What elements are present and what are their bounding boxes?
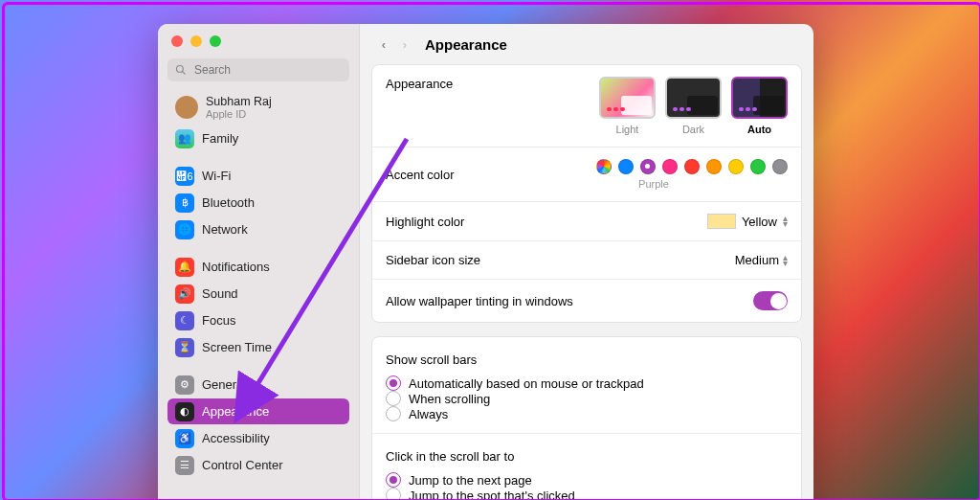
sidebar-icon-size-select[interactable]: Medium ▴▾ <box>735 253 788 267</box>
sidebar-icon-size-label: Sidebar icon size <box>386 253 480 267</box>
sidebar-item-label: Appearance <box>202 404 269 419</box>
sidebar-item-label: Sound <box>202 286 238 301</box>
sidebar-item-sound[interactable]: 🔊Sound <box>167 281 349 307</box>
radio-icon <box>386 472 401 488</box>
bluetooth-icon: ฿ <box>175 193 194 213</box>
search-field[interactable] <box>167 58 349 81</box>
radio-label: When scrolling <box>409 392 490 406</box>
wifi-icon: ὏6 <box>175 167 194 186</box>
radio-icon <box>386 488 401 500</box>
sidebar-item-wifi[interactable]: ὏6Wi-Fi <box>167 163 349 189</box>
sidebar-item-general[interactable]: ⚙General <box>167 372 349 398</box>
tinting-toggle[interactable] <box>753 291 788 310</box>
screentime-icon: ⏳ <box>175 338 194 357</box>
sound-icon: 🔊 <box>175 284 194 304</box>
sidebar: Subham Raj Apple ID 👥 Family ὏6Wi-Fi฿Blu… <box>158 24 360 500</box>
focus-icon: ☾ <box>175 311 194 330</box>
zoom-icon[interactable] <box>210 35 221 47</box>
stepper-icon: ▴▾ <box>783 216 788 227</box>
scrollbars-option-always[interactable]: Always <box>386 406 788 421</box>
sidebar-item-label: Accessibility <box>202 431 270 445</box>
sidebar-item-label: Bluetooth <box>202 195 255 210</box>
radio-icon <box>386 391 401 406</box>
tinting-label: Allow wallpaper tinting in windows <box>386 294 573 308</box>
appearance-icon: ◐ <box>175 402 194 421</box>
accent-swatch[interactable] <box>772 159 788 174</box>
accent-swatch[interactable] <box>596 159 612 174</box>
user-sub: Apple ID <box>206 108 272 120</box>
accent-swatch[interactable] <box>618 159 634 174</box>
theme-option-light[interactable]: Light <box>599 77 656 135</box>
accent-label: Accent color <box>386 168 455 182</box>
highlight-value: Yellow <box>742 215 777 229</box>
accent-swatch[interactable] <box>662 159 678 174</box>
accent-selected-name: Purple <box>638 178 669 190</box>
accent-swatch[interactable] <box>640 159 656 174</box>
sidebar-item-label: Wi-Fi <box>202 169 231 183</box>
radio-label: Always <box>409 407 448 421</box>
general-icon: ⚙ <box>175 375 194 395</box>
sidebar-item-label: Family <box>202 131 238 146</box>
radio-icon <box>386 375 401 391</box>
svg-line-1 <box>183 72 186 75</box>
scrollbars-option-scrolling[interactable]: When scrolling <box>386 391 788 406</box>
accent-swatch[interactable] <box>684 159 700 174</box>
search-icon <box>175 64 187 76</box>
theme-label: Auto <box>747 124 771 135</box>
sidebar-item-family[interactable]: 👥 Family <box>167 125 349 151</box>
sidebar-item-bluetooth[interactable]: ฿Bluetooth <box>167 190 349 216</box>
sidebar-item-notifications[interactable]: 🔔Notifications <box>167 254 349 280</box>
theme-label: Light <box>616 124 639 135</box>
page-title: Appearance <box>425 36 507 53</box>
user-name: Subham Raj <box>206 95 272 108</box>
scrollbars-option-auto[interactable]: Automatically based on mouse or trackpad <box>386 375 788 391</box>
theme-option-auto[interactable]: Auto <box>731 77 788 135</box>
titlebar: ‹ › Appearance <box>360 24 813 64</box>
highlight-swatch-icon <box>707 214 736 229</box>
theme-option-dark[interactable]: Dark <box>665 77 722 135</box>
sidebar-item-network[interactable]: 🌐Network <box>167 216 349 242</box>
notifications-icon: 🔔 <box>175 258 194 277</box>
appearance-label: Appearance <box>386 77 453 91</box>
radio-label: Jump to the next page <box>409 473 532 488</box>
sidebar-item-apple-id[interactable]: Subham Raj Apple ID <box>167 90 349 125</box>
sidebar-item-label: Control Center <box>202 458 283 472</box>
controlcenter-icon: ☰ <box>175 456 194 475</box>
accent-swatch[interactable] <box>750 159 766 174</box>
sidebar-item-label: Network <box>202 222 248 237</box>
clickbar-option-next[interactable]: Jump to the next page <box>386 472 788 488</box>
accent-swatch[interactable] <box>728 159 744 174</box>
sidebar-item-label: Screen Time <box>202 340 272 354</box>
accessibility-icon: ♿ <box>175 429 194 448</box>
minimize-icon[interactable] <box>190 35 202 47</box>
accent-swatch[interactable] <box>706 159 722 174</box>
network-icon: 🌐 <box>175 220 194 239</box>
sidebar-item-label: Notifications <box>202 260 270 274</box>
highlight-label: Highlight color <box>386 215 464 229</box>
forward-button[interactable]: › <box>394 34 415 55</box>
stepper-icon: ▴▾ <box>783 255 788 266</box>
search-input[interactable] <box>192 62 330 78</box>
theme-label: Dark <box>682 124 704 135</box>
radio-label: Jump to the spot that's clicked <box>409 489 575 501</box>
sidebar-item-screentime[interactable]: ⏳Screen Time <box>167 334 349 360</box>
radio-icon <box>386 406 401 421</box>
sidebar-item-label: General <box>202 377 246 392</box>
close-icon[interactable] <box>171 35 183 47</box>
sidebar-item-appearance[interactable]: ◐Appearance <box>167 398 349 424</box>
family-icon: 👥 <box>175 129 194 148</box>
sidebar-icon-size-value: Medium <box>735 253 779 267</box>
sidebar-item-controlcenter[interactable]: ☰Control Center <box>167 452 349 478</box>
radio-label: Automatically based on mouse or trackpad <box>409 376 644 391</box>
highlight-select[interactable]: Yellow ▴▾ <box>707 214 788 229</box>
system-settings-window: Subham Raj Apple ID 👥 Family ὏6Wi-Fi฿Blu… <box>158 24 813 500</box>
sidebar-item-accessibility[interactable]: ♿Accessibility <box>167 425 349 451</box>
scrollbars-label: Show scroll bars <box>386 352 788 367</box>
sidebar-item-focus[interactable]: ☾Focus <box>167 307 349 333</box>
back-button[interactable]: ‹ <box>373 34 394 55</box>
svg-point-0 <box>177 66 184 73</box>
clickbar-option-spot[interactable]: Jump to the spot that's clicked <box>386 488 788 500</box>
sidebar-item-label: Focus <box>202 313 235 328</box>
avatar <box>175 96 198 119</box>
clickbar-label: Click in the scroll bar to <box>386 449 788 464</box>
